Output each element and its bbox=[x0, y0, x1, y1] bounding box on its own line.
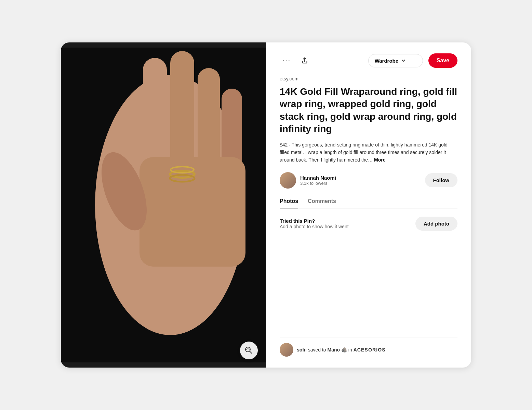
tab-comments[interactable]: Comments bbox=[308, 198, 336, 208]
saved-board-emoji: 🪨 bbox=[341, 347, 347, 353]
more-link[interactable]: More bbox=[374, 157, 385, 163]
follow-button[interactable]: Follow bbox=[425, 173, 458, 187]
pin-description-text: $42 · This gorgeous, trend-setting ring … bbox=[280, 142, 448, 163]
save-button[interactable]: Save bbox=[428, 53, 457, 68]
top-actions: ··· Wardrobe Save bbox=[280, 53, 457, 68]
try-subtitle: Add a photo to show how it went bbox=[280, 224, 349, 229]
content-section: ··· Wardrobe Save etsy.com 14K Gold Fill… bbox=[266, 42, 471, 368]
svg-line-13 bbox=[250, 351, 252, 354]
tab-photos[interactable]: Photos bbox=[280, 198, 298, 208]
author-name[interactable]: Hannah Naomi bbox=[300, 175, 421, 181]
try-text: Tried this Pin? Add a photo to show how … bbox=[280, 218, 349, 229]
board-selector[interactable]: Wardrobe bbox=[368, 54, 423, 67]
source-link[interactable]: etsy.com bbox=[280, 76, 457, 81]
image-section bbox=[61, 42, 266, 368]
try-title: Tried this Pin? bbox=[280, 218, 349, 224]
pin-description: $42 · This gorgeous, trend-setting ring … bbox=[280, 141, 457, 164]
pin-title: 14K Gold Fill Wraparound ring, gold fill… bbox=[280, 86, 457, 136]
saved-by-avatar[interactable] bbox=[280, 343, 293, 357]
lens-button[interactable] bbox=[240, 342, 258, 359]
author-info: Hannah Naomi 3.1k followers bbox=[300, 175, 421, 186]
saved-to-board[interactable]: Mano bbox=[328, 347, 340, 353]
pin-card: ··· Wardrobe Save etsy.com 14K Gold Fill… bbox=[61, 42, 471, 368]
author-row: Hannah Naomi 3.1k followers Follow bbox=[280, 172, 457, 189]
chevron-down-icon bbox=[401, 58, 406, 63]
board-name: Wardrobe bbox=[375, 58, 398, 64]
tabs: Photos Comments bbox=[280, 198, 457, 208]
try-section: Tried this Pin? Add a photo to show how … bbox=[280, 217, 457, 231]
add-photo-button[interactable]: Add photo bbox=[415, 217, 457, 231]
more-button[interactable]: ··· bbox=[280, 55, 293, 66]
share-button[interactable] bbox=[299, 55, 310, 66]
saved-category[interactable]: ACESORIOS bbox=[354, 347, 386, 353]
author-followers: 3.1k followers bbox=[300, 181, 421, 186]
saved-by-row: sofii saved to Mano 🪨 in ACESORIOS bbox=[280, 337, 457, 357]
saved-by-text: sofii saved to Mano 🪨 in ACESORIOS bbox=[297, 347, 386, 353]
saved-by-user[interactable]: sofii bbox=[297, 347, 307, 353]
svg-rect-11 bbox=[61, 48, 266, 362]
lens-icon bbox=[244, 346, 253, 355]
share-icon bbox=[301, 57, 308, 64]
author-avatar[interactable] bbox=[280, 172, 296, 189]
